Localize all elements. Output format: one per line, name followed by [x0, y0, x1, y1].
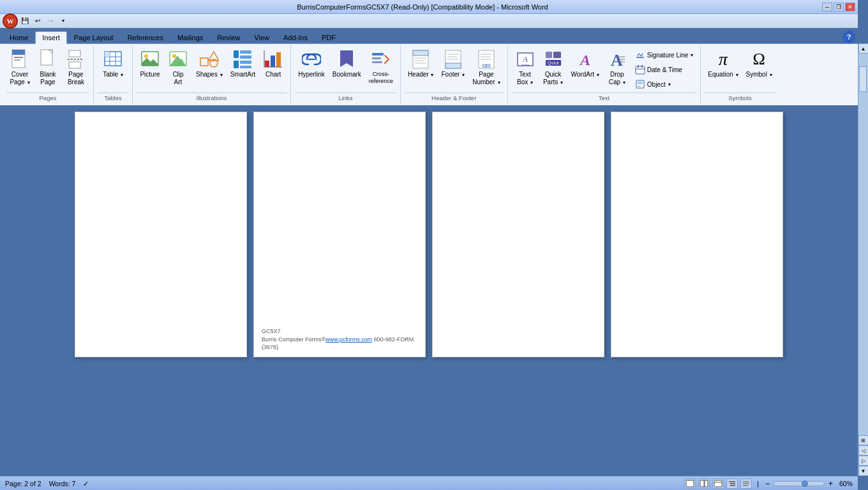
object-button[interactable]: Object ▾: [632, 77, 697, 91]
tab-page-layout[interactable]: Page Layout: [67, 31, 121, 43]
page-break-button[interactable]: PageBreak: [63, 47, 89, 89]
zoom-slider[interactable]: [774, 481, 825, 486]
help-button[interactable]: ?: [842, 31, 855, 43]
scroll-prev-button[interactable]: ◁: [858, 445, 869, 456]
proofing-icon[interactable]: ✓: [83, 480, 89, 487]
equation-button[interactable]: π Equation ▾: [705, 47, 741, 81]
zoom-slider-thumb[interactable]: [802, 480, 808, 487]
zoom-out-button[interactable]: −: [764, 479, 771, 488]
zoom-in-button[interactable]: +: [827, 479, 834, 488]
symbol-label: Symbol ▾: [746, 71, 772, 78]
svg-rect-24: [200, 58, 208, 66]
svg-text:#: #: [485, 64, 487, 68]
outline-button[interactable]: [726, 479, 738, 489]
svg-rect-8: [69, 50, 80, 57]
svg-rect-77: [638, 82, 643, 84]
close-button[interactable]: ✕: [845, 3, 855, 11]
header-footer-group-label: Header & Footer: [405, 93, 504, 103]
table-button[interactable]: Table ▾: [98, 47, 128, 81]
cover-page-label: CoverPage ▾: [10, 71, 29, 86]
scroll-down-button[interactable]: ▼: [858, 466, 869, 476]
tab-add-ins[interactable]: Add-Ins: [276, 31, 315, 43]
svg-rect-34: [271, 56, 275, 67]
save-qa-button[interactable]: 💾: [19, 15, 31, 27]
equation-label: Equation ▾: [708, 71, 738, 78]
tab-mailings[interactable]: Mailings: [170, 31, 210, 43]
scroll-thumb[interactable]: [859, 66, 867, 92]
bookmark-button[interactable]: Bookmark: [329, 47, 364, 81]
footer-line1: GC5X7: [262, 327, 425, 336]
svg-rect-72: [636, 66, 645, 74]
svg-text:A: A: [579, 52, 590, 68]
office-button[interactable]: W: [3, 13, 18, 29]
footer-link[interactable]: www.pcforms.com: [326, 336, 372, 343]
symbol-button[interactable]: Ω Symbol ▾: [743, 47, 775, 81]
svg-rect-82: [714, 480, 722, 487]
page-number-button[interactable]: # PageNumber ▾: [469, 47, 503, 89]
shapes-button[interactable]: Shapes ▾: [193, 47, 226, 81]
blank-page-button[interactable]: BlankPage: [34, 47, 61, 89]
picture-button[interactable]: Picture: [137, 47, 163, 81]
page-info: Page: 2 of 2: [5, 480, 41, 487]
full-screen-button[interactable]: [698, 479, 710, 489]
chart-button[interactable]: Chart: [260, 47, 287, 81]
clip-art-icon: [168, 49, 188, 70]
redo-qa-button[interactable]: ↪: [45, 15, 56, 27]
tab-review[interactable]: Review: [210, 31, 247, 43]
ribbon-tab-row: Home Insert Page Layout References Maili…: [0, 28, 858, 43]
page-break-icon: [66, 49, 86, 70]
text-group-label: Text: [512, 93, 697, 103]
word-count: Words: 7: [49, 480, 76, 487]
wordart-button[interactable]: A WordArt ▾: [568, 47, 602, 81]
draft-button[interactable]: [740, 479, 752, 489]
tab-home[interactable]: Home: [3, 31, 35, 43]
svg-rect-80: [700, 480, 704, 487]
text-box-button[interactable]: A TextBox ▾: [512, 47, 539, 89]
signature-line-button[interactable]: Signature Line ▾: [632, 48, 697, 62]
page-1: [75, 112, 247, 357]
picture-label: Picture: [140, 71, 160, 78]
svg-rect-78: [638, 85, 641, 87]
page-number-icon: #: [476, 49, 497, 70]
vertical-scrollbar[interactable]: ▲ ⊞ ◁ ▷ ▼: [858, 43, 868, 476]
footer-line2: Burris Computer Forms®www.pcforms.com 80…: [262, 336, 425, 352]
scroll-end-button[interactable]: ⊞: [858, 435, 869, 445]
svg-rect-62: [546, 52, 552, 58]
svg-rect-28: [240, 50, 251, 54]
tab-view[interactable]: View: [247, 31, 276, 43]
blank-page-icon: [38, 49, 58, 70]
clip-art-button[interactable]: ClipArt: [165, 47, 191, 89]
cross-reference-button[interactable]: Cross-reference: [366, 47, 396, 87]
footer-label: Footer ▾: [441, 71, 465, 78]
hyperlink-button[interactable]: Hyperlink: [295, 47, 328, 81]
smartart-button[interactable]: SmartArt: [227, 47, 258, 81]
tab-insert[interactable]: Insert: [35, 31, 67, 44]
footer-button[interactable]: Footer ▾: [438, 47, 468, 81]
web-layout-button[interactable]: [712, 479, 724, 489]
undo-qa-button[interactable]: ↩: [32, 15, 43, 27]
minimize-button[interactable]: ─: [822, 3, 832, 11]
quick-parts-icon: Quick: [543, 49, 564, 70]
equation-icon: π: [713, 49, 733, 70]
page-2-footer: GC5X7 Burris Computer Forms®www.pcforms.…: [262, 327, 425, 352]
svg-rect-63: [553, 52, 561, 58]
chart-icon: [263, 49, 283, 70]
quick-access-toolbar: W 💾 ↩ ↪ ▾: [0, 14, 858, 28]
date-time-button[interactable]: Date & Time: [632, 63, 697, 77]
tab-references[interactable]: References: [121, 31, 170, 43]
quick-parts-button[interactable]: Quick QuickParts ▾: [540, 47, 567, 89]
qa-dropdown-button[interactable]: ▾: [57, 15, 69, 27]
scroll-next-button[interactable]: ▷: [858, 456, 869, 466]
page-3: [432, 112, 604, 357]
print-layout-button[interactable]: [684, 479, 696, 489]
cover-page-button[interactable]: CoverPage ▾: [6, 47, 33, 89]
tab-pdf[interactable]: PDF: [315, 31, 343, 43]
illustrations-group: Picture ClipArt: [133, 45, 291, 104]
scroll-up-button[interactable]: ▲: [858, 43, 869, 54]
restore-button[interactable]: ❐: [834, 3, 844, 11]
drop-cap-button[interactable]: A DropCap ▾: [604, 47, 631, 89]
scroll-track[interactable]: [858, 54, 868, 435]
pages-group-label: Pages: [6, 93, 89, 103]
header-button[interactable]: Header ▾: [405, 47, 437, 81]
header-footer-group: Header ▾ Footer ▾: [401, 45, 508, 104]
